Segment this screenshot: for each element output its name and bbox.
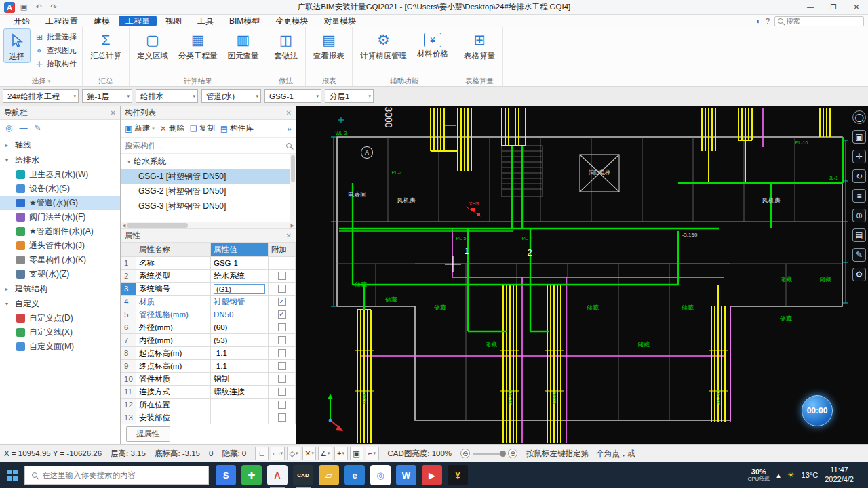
attach-checkbox[interactable]	[278, 323, 286, 331]
nav-item[interactable]: 零星构件(水)(K)	[0, 253, 120, 267]
component-item[interactable]: GSG-1 [衬塑钢管 DN50]	[121, 169, 296, 184]
attach-checkbox[interactable]	[278, 285, 286, 293]
view-3d-icon[interactable]: ▣	[852, 130, 866, 144]
property-value[interactable]: 螺纹连接	[211, 386, 269, 399]
ribbon-search-box[interactable]	[774, 16, 864, 26]
define-region-button[interactable]: ▢ 定义区域	[133, 28, 172, 62]
taskbar-app-red-app[interactable]: ▶	[422, 465, 442, 485]
type-dropdown[interactable]: 管道(水)▾	[201, 89, 261, 103]
component-item[interactable]: GSG-3 [衬塑钢管 DN50]	[121, 199, 296, 214]
nav-section-structure[interactable]: ▸建筑结构	[0, 281, 120, 296]
layer-dropdown[interactable]: 分层1▾	[325, 89, 374, 103]
taskbar-app-green-app[interactable]: ✚	[241, 465, 262, 485]
col-attach-header[interactable]: 附加	[269, 243, 296, 257]
property-value[interactable]: 钢制	[211, 373, 269, 386]
property-value[interactable]: (53)	[211, 334, 269, 347]
annotate-icon[interactable]: ✎	[852, 248, 866, 262]
property-row[interactable]: 3系统编号(G1)	[121, 283, 296, 296]
pick-component-button[interactable]: ✛拾取构件	[33, 58, 79, 70]
nav-custom-item[interactable]: 自定义面(M)	[0, 340, 120, 354]
tray-expand-icon[interactable]: ▴	[776, 471, 781, 480]
temperature[interactable]: 13°C	[802, 471, 818, 479]
nav-custom-item[interactable]: 自定义线(X)	[0, 325, 120, 340]
paste-button[interactable]: ▣	[350, 447, 363, 460]
taskbar-app-glodon-gqi[interactable]: A	[267, 465, 288, 485]
classified-qty-button[interactable]: ▦ 分类工程量	[174, 28, 222, 62]
theme-icon[interactable]: ◐	[756, 17, 761, 25]
property-row[interactable]: 8起点标高(m)-1.1	[121, 347, 296, 360]
angle-snap-button[interactable]: ∠▾	[318, 447, 332, 460]
taskbar-search-box[interactable]	[24, 466, 209, 485]
component-library-button[interactable]: ▤构件库	[220, 123, 254, 134]
cross-select-button[interactable]: ✕▾	[302, 447, 316, 460]
property-row[interactable]: 5管径规格(mm)DN50✓	[121, 308, 296, 321]
taskbar-app-chrome[interactable]: ◎	[370, 465, 391, 485]
attach-checkbox[interactable]	[278, 362, 286, 370]
add-point-button[interactable]: +▾	[334, 447, 348, 460]
taskbar-app-file-explorer[interactable]: ▱	[319, 465, 339, 485]
property-row[interactable]: 2系统类型给水系统	[121, 270, 296, 283]
material-price-button[interactable]: ¥ 材料价格	[413, 28, 452, 60]
attach-checkbox[interactable]	[278, 401, 286, 409]
tab-3[interactable]: 建模	[87, 16, 117, 26]
group-label-select[interactable]: 选择▾	[3, 76, 79, 86]
nav-section-plumbing[interactable]: ▾给排水	[0, 152, 120, 167]
attach-checkbox[interactable]: ✓	[278, 310, 286, 319]
brightness-minus-button[interactable]: ⊖	[460, 449, 470, 458]
close-button[interactable]: ✕	[845, 0, 868, 15]
property-row[interactable]: 10管件材质钢制	[121, 373, 296, 386]
maximize-button[interactable]: ❐	[822, 0, 845, 15]
brightness-plus-button[interactable]: ⊕	[508, 449, 517, 458]
taskbar-app-cad-viewer[interactable]: CAD	[293, 465, 313, 485]
help-icon[interactable]: ?	[766, 17, 770, 25]
property-row[interactable]: 13安装部位	[121, 411, 296, 424]
pan-icon[interactable]: ✛	[852, 150, 866, 163]
close-icon[interactable]: ✕	[286, 109, 292, 117]
view-report-button[interactable]: ▤ 查看报表	[309, 28, 349, 62]
drawing-list-icon[interactable]: ▤	[852, 228, 866, 242]
component-search-input[interactable]	[125, 142, 283, 150]
window-select-button[interactable]: ▭▾	[271, 447, 285, 460]
attach-checkbox[interactable]	[278, 349, 286, 357]
corner-button[interactable]: ⌐▾	[366, 447, 379, 460]
ribbon-search-input[interactable]	[786, 17, 861, 25]
floor-dropdown[interactable]: 第-1层▾	[82, 89, 132, 103]
extract-properties-button[interactable]: 提属性	[126, 426, 170, 442]
vertical-scrollbar[interactable]	[290, 154, 296, 222]
nav-item[interactable]: 设备(水)(S)	[0, 182, 120, 196]
taskbar-search-input[interactable]	[42, 471, 201, 479]
delete-component-button[interactable]: ✕删除	[160, 123, 184, 134]
nav-section-custom[interactable]: ▾自定义	[0, 296, 120, 311]
copy-component-button[interactable]: ❏复制	[190, 123, 215, 134]
summary-calc-button[interactable]: Σ 汇总计算	[86, 28, 125, 62]
start-button[interactable]	[7, 470, 18, 481]
property-value[interactable]: (G1)	[211, 283, 269, 296]
attach-checkbox[interactable]	[278, 272, 286, 280]
orbit-icon[interactable]: ↻	[852, 169, 866, 183]
property-value[interactable]: (60)	[211, 321, 269, 334]
nav-item[interactable]: 阀门法兰(水)(F)	[0, 210, 120, 224]
tab-9[interactable]: 对量模块	[317, 16, 363, 26]
project-dropdown[interactable]: 24#给排水工程▾	[3, 89, 79, 103]
component-group-water-supply[interactable]: ▾给水系统	[121, 154, 296, 169]
property-value[interactable]: -1.1	[211, 347, 269, 360]
nav-section-axis[interactable]: ▸轴线	[0, 138, 120, 152]
attach-checkbox[interactable]	[278, 388, 286, 396]
tab-1[interactable]: 开始	[7, 16, 37, 26]
find-element-button[interactable]: ⌖查找图元	[33, 44, 79, 57]
layers-icon[interactable]: ≡	[852, 189, 866, 203]
property-value[interactable]: GSG-1	[211, 257, 269, 270]
redo-icon[interactable]: ↷	[47, 3, 60, 12]
property-row[interactable]: 9终点标高(m)-1.1	[121, 360, 296, 373]
precision-manage-button[interactable]: ⚙ 计算精度管理	[356, 28, 411, 62]
taskbar-app-finance-app[interactable]: ¥	[448, 465, 468, 485]
taskbar-app-ie-browser[interactable]: e	[344, 465, 365, 485]
new-component-button[interactable]: ▣新建▾	[125, 123, 155, 134]
taskbar-app-sogou-input[interactable]: S	[216, 465, 236, 485]
settings-icon[interactable]: ⚙	[852, 268, 866, 281]
taskbar-clock[interactable]: 11:47 2022/4/2	[825, 466, 854, 485]
tab-6[interactable]: 工具	[191, 16, 220, 26]
property-row[interactable]: 12所在位置	[121, 399, 296, 411]
zoom-extents-icon[interactable]: ⊕	[852, 209, 866, 222]
component-item[interactable]: GSG-2 [衬塑钢管 DN50]	[121, 184, 296, 199]
